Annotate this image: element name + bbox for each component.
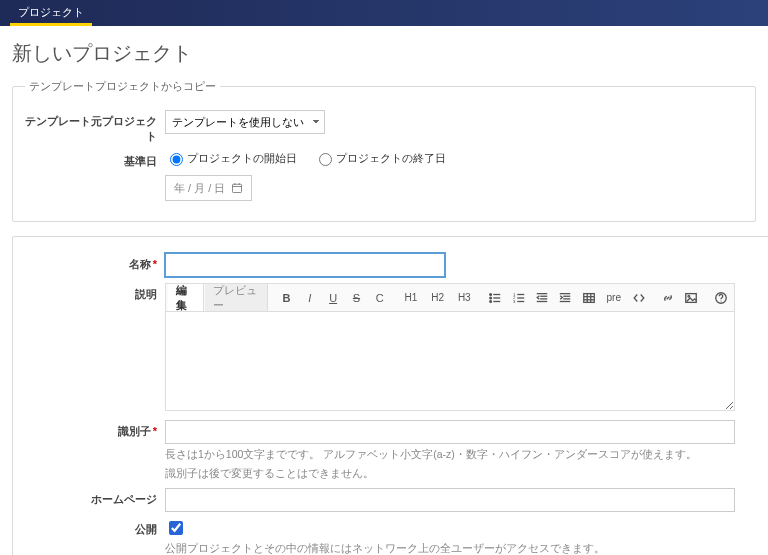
outdent-button[interactable] [531,287,553,309]
template-copy-legend: テンプレートプロジェクトからコピー [25,79,220,94]
pre-button[interactable]: pre [601,287,627,309]
underline-button[interactable]: U [322,287,344,309]
help-icon [714,291,728,305]
public-checkbox[interactable] [169,521,183,535]
calendar-icon [231,182,243,194]
help-button[interactable] [710,287,732,309]
radio-start-date-input[interactable] [170,153,183,166]
top-nav: プロジェクト [0,0,768,26]
template-source-select[interactable]: テンプレートを使用しない [165,110,325,134]
basis-date-label: 基準日 [25,150,165,169]
image-button[interactable] [680,287,702,309]
h2-button[interactable]: H2 [425,287,451,309]
svg-rect-0 [233,184,242,192]
h3-button[interactable]: H3 [451,287,477,309]
nav-tab-project[interactable]: プロジェクト [10,1,92,26]
radio-start-date[interactable]: プロジェクトの開始日 [165,150,297,166]
codeblock-button[interactable] [628,287,650,309]
required-mark: * [153,425,157,437]
homepage-label: ホームページ [25,488,165,507]
template-source-label: テンプレート元プロジェクト [25,110,165,144]
page-title: 新しいプロジェクト [12,40,756,67]
ol-button[interactable]: 123 [508,287,530,309]
radio-end-date-input[interactable] [319,153,332,166]
svg-point-6 [490,297,492,299]
svg-rect-24 [583,293,594,302]
radio-end-date[interactable]: プロジェクトの終了日 [314,150,446,166]
code-button[interactable]: C [369,287,391,309]
main-fields-box: 名称* 説明 編集 プレビュー B I U S C H1 H2 [12,236,768,555]
name-input[interactable] [165,253,445,277]
identifier-hint-1: 長さは1から100文字までです。 アルファベット小文字(a-z)・数字・ハイフン… [165,447,765,463]
required-mark: * [153,258,157,270]
content: 新しいプロジェクト テンプレートプロジェクトからコピー テンプレート元プロジェク… [0,26,768,555]
svg-point-32 [720,300,721,301]
indent-icon [558,291,572,305]
ul-icon [488,291,502,305]
description-textarea[interactable] [165,311,735,411]
editor-tab-preview[interactable]: プレビュー [205,284,269,311]
editor-toolbar: 編集 プレビュー B I U S C H1 H2 H3 123 [165,283,735,311]
svg-text:3: 3 [513,298,516,303]
link-icon [661,291,675,305]
bold-button[interactable]: B [275,287,297,309]
indent-button[interactable] [554,287,576,309]
radio-start-date-text: プロジェクトの開始日 [187,151,297,166]
template-copy-box: テンプレートプロジェクトからコピー テンプレート元プロジェクト テンプレートを使… [12,79,756,222]
public-label: 公開 [25,518,165,537]
link-button[interactable] [657,287,679,309]
editor-tab-edit[interactable]: 編集 [168,284,204,311]
svg-point-8 [490,300,492,302]
basis-date-placeholder: 年 / 月 / 日 [174,181,225,196]
code-angle-icon [632,291,646,305]
ol-icon: 123 [512,291,526,305]
identifier-label: 識別子 [118,425,151,437]
svg-point-30 [688,295,690,297]
description-label: 説明 [25,283,165,302]
strike-button[interactable]: S [345,287,367,309]
identifier-input[interactable] [165,420,735,444]
table-icon [582,291,596,305]
image-icon [684,291,698,305]
italic-button[interactable]: I [299,287,321,309]
name-label: 名称 [129,258,151,270]
outdent-icon [535,291,549,305]
h1-button[interactable]: H1 [398,287,424,309]
basis-date-input[interactable]: 年 / 月 / 日 [165,175,252,201]
homepage-input[interactable] [165,488,735,512]
public-hint: 公開プロジェクトとその中の情報にはネットワーク上の全ユーザーがアクセスできます。 [165,541,765,556]
svg-point-4 [490,293,492,295]
table-button[interactable] [578,287,600,309]
ul-button[interactable] [484,287,506,309]
radio-end-date-text: プロジェクトの終了日 [336,151,446,166]
identifier-hint-2: 識別子は後で変更することはできません。 [165,466,765,482]
